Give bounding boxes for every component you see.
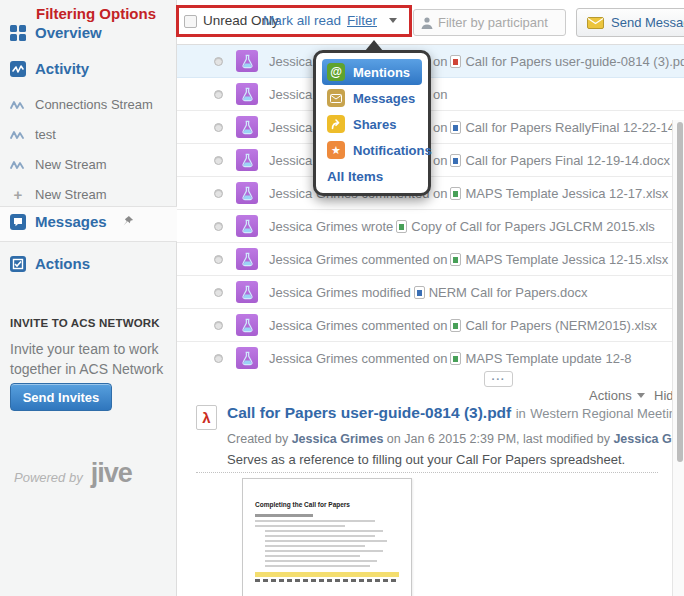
activity-text: Jessica Grimes wroteCopy of Call for Pap… xyxy=(269,219,661,234)
preview-text-line xyxy=(255,520,375,522)
menu-item-mentions[interactable]: @ Mentions xyxy=(322,59,422,85)
activity-row[interactable]: Jessica Grimes commented onCall for Pape… xyxy=(177,309,684,342)
menu-item-messages[interactable]: Messages xyxy=(322,85,422,111)
activity-row[interactable]: Jessica Grimes modifiedNERM Call for Pap… xyxy=(177,276,684,309)
participant-filter-input[interactable] xyxy=(438,11,562,34)
annotation-filtering-options: Filtering Options xyxy=(36,5,156,22)
preview-text-line xyxy=(265,530,383,532)
preview-text-line xyxy=(265,535,375,537)
preview-table-row xyxy=(255,579,399,582)
document-description: Serves as a reference to filling out you… xyxy=(227,452,625,467)
jive-logo: jive xyxy=(91,458,132,489)
read-indicator[interactable] xyxy=(214,90,223,99)
activity-text: Jessica Grimes modifiedNERM Call for Pap… xyxy=(269,285,594,300)
sidebar-item-test[interactable]: test xyxy=(10,127,56,142)
pin-icon xyxy=(120,215,136,228)
read-indicator[interactable] xyxy=(214,222,223,231)
actions-dropdown[interactable]: Actions xyxy=(589,388,645,403)
chevron-down-icon[interactable] xyxy=(389,18,397,23)
avatar xyxy=(236,83,258,105)
sidebar-item-messages[interactable]: Messages xyxy=(10,213,136,230)
activity-row[interactable]: Jessica Grimes commented onMAPS Template… xyxy=(177,342,684,374)
activity-text: Jessica Grimes commented onMAPS Template… xyxy=(269,351,637,366)
pdf-file-icon xyxy=(450,55,461,68)
send-invites-button[interactable]: Send Invites xyxy=(10,383,112,411)
menu-item-shares[interactable]: Shares xyxy=(322,111,422,137)
send-message-button[interactable]: Send Message xyxy=(576,8,684,37)
activity-row[interactable]: Jessica Grimes commented onMAPS Template… xyxy=(177,243,684,276)
read-indicator[interactable] xyxy=(214,156,223,165)
preview-text-line xyxy=(265,555,360,557)
mention-at-icon: @ xyxy=(327,63,345,81)
sidebar-item-label: Messages xyxy=(35,213,107,230)
activity-text: Jessica Grimes commented onMAPS Template… xyxy=(269,252,674,267)
stream-icon xyxy=(10,129,26,141)
plus-icon: + xyxy=(10,187,26,202)
more-button[interactable]: ··· xyxy=(484,371,513,387)
activity-row[interactable]: Jessica Grimes wroteCopy of Call for Pap… xyxy=(177,210,684,243)
document-title-line: Call for Papers user-guide-0814 (3).pdf … xyxy=(227,404,677,422)
read-indicator[interactable] xyxy=(214,288,223,297)
in-label: in xyxy=(516,406,526,421)
stream-icon xyxy=(10,99,26,111)
document-byline: Created by Jessica Grimes on Jan 6 2015 … xyxy=(227,432,684,446)
app-window: Filtering Options Overview Activity Conn… xyxy=(0,0,684,596)
excel-file-icon xyxy=(450,319,461,332)
read-indicator[interactable] xyxy=(214,321,223,330)
scrollbar-thumb[interactable] xyxy=(677,122,683,462)
avatar xyxy=(236,50,258,72)
message-bubble-icon xyxy=(10,214,26,230)
read-indicator[interactable] xyxy=(214,354,223,363)
pdf-document-icon: λ xyxy=(196,405,217,430)
sidebar-item-new-stream-add[interactable]: + New Stream xyxy=(10,187,107,202)
read-indicator[interactable] xyxy=(214,189,223,198)
activity-icon xyxy=(10,61,26,77)
star-icon: ★ xyxy=(327,141,345,159)
preview-highlight-row xyxy=(255,572,399,577)
invite-heading: INVITE TO ACS NETWORK xyxy=(10,317,160,329)
read-indicator[interactable] xyxy=(214,123,223,132)
sidebar-item-label: Connections Stream xyxy=(35,97,153,112)
envelope-icon xyxy=(327,89,345,107)
share-arrow-icon xyxy=(327,115,345,133)
sidebar-item-label: test xyxy=(35,127,56,142)
filter-dropdown-menu: @ Mentions Messages Shares ★ Notificatio… xyxy=(313,50,431,196)
sidebar: Overview Activity Connections Stream tes… xyxy=(0,0,177,596)
read-indicator[interactable] xyxy=(214,255,223,264)
sidebar-item-overview[interactable]: Overview xyxy=(10,24,102,41)
menu-item-notifications[interactable]: ★ Notifications xyxy=(322,137,422,163)
read-indicator[interactable] xyxy=(214,57,223,66)
activity-text: Jessica Grimes commented onCall for Pape… xyxy=(269,318,663,333)
stream-icon xyxy=(10,159,26,171)
preview-text-line xyxy=(255,514,313,517)
author-link[interactable]: Jessica Grimes xyxy=(292,432,384,446)
sidebar-item-connections-stream[interactable]: Connections Stream xyxy=(10,97,153,112)
container-link[interactable]: Western Regional Meeting (WRM) xyxy=(530,406,677,421)
unread-only-checkbox[interactable] xyxy=(184,15,197,28)
avatar xyxy=(236,215,258,237)
document-preview-thumbnail[interactable]: Completing the Call for Papers xyxy=(242,478,412,596)
sidebar-item-label: Overview xyxy=(35,24,102,41)
send-message-label: Send Message xyxy=(611,15,684,30)
sidebar-item-new-stream[interactable]: New Stream xyxy=(10,157,107,172)
word-file-icon xyxy=(450,121,461,134)
word-file-icon xyxy=(414,286,425,299)
preview-title: Completing the Call for Papers xyxy=(255,501,399,508)
menu-item-all-items[interactable]: All Items xyxy=(322,163,422,187)
avatar xyxy=(236,182,258,204)
document-title-link[interactable]: Call for Papers user-guide-0814 (3).pdf xyxy=(227,404,511,421)
excel-file-icon xyxy=(396,220,407,233)
word-file-icon xyxy=(450,154,461,167)
sidebar-item-activity[interactable]: Activity xyxy=(10,60,89,77)
checkbox-check-icon xyxy=(10,256,26,272)
avatar xyxy=(236,281,258,303)
excel-file-icon xyxy=(450,253,461,266)
filter-link[interactable]: Filter xyxy=(347,13,377,28)
excel-file-icon xyxy=(450,352,461,365)
avatar xyxy=(236,149,258,171)
sidebar-item-actions[interactable]: Actions xyxy=(10,255,90,272)
sidebar-item-label: New Stream xyxy=(35,187,107,202)
participant-filter-field xyxy=(413,9,566,36)
person-icon xyxy=(420,16,434,30)
mark-all-read-link[interactable]: Mark all read xyxy=(263,13,341,28)
